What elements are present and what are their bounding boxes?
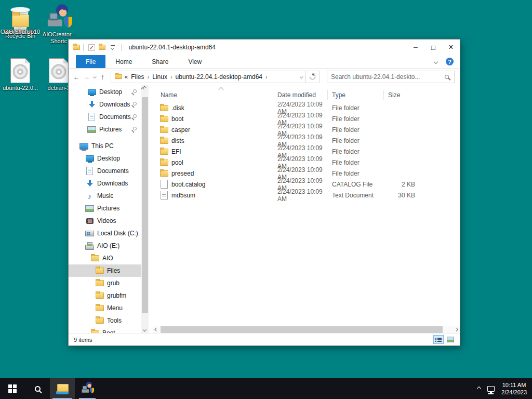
scroll-down-icon[interactable] [143, 328, 146, 331]
nav-item-label: Tools [107, 317, 122, 324]
scrollbar-thumb[interactable] [161, 326, 443, 333]
breadcrumb-segment-wrap: Linux [150, 73, 173, 81]
nav-item[interactable]: Tools [69, 314, 141, 327]
recent-locations-button[interactable] [91, 75, 98, 78]
nav-item[interactable]: Downloads [69, 177, 141, 190]
sort-ascending-icon [219, 87, 224, 92]
nav-item[interactable]: AIO (E:) [69, 240, 141, 252]
ribbon-tab[interactable]: Home [105, 55, 142, 68]
system-tray: 10:11 AM 2/24/2023 [477, 378, 532, 399]
breadcrumb-segment[interactable]: ubuntu-22.04.1-desktop-amd64 [174, 73, 264, 81]
ribbon-tab[interactable]: Share [142, 55, 178, 68]
nav-item-label: AIO [102, 255, 113, 262]
ribbon-collapse-icon[interactable] [434, 59, 438, 63]
qat-properties-button[interactable] [87, 42, 97, 53]
nav-item[interactable]: Documents [69, 111, 141, 123]
desktop-icon-aiocreator[interactable]: AIOCreator - Shortc [38, 3, 79, 45]
scroll-right-icon[interactable] [453, 326, 460, 333]
column-header-date-modified[interactable]: Date modified [273, 90, 328, 100]
tray-expand-icon[interactable] [477, 387, 481, 391]
nav-item[interactable]: This PC [69, 140, 141, 152]
nav-item[interactable]: Desktop [69, 152, 141, 165]
column-header-size[interactable]: Size [384, 90, 419, 100]
address-dropdown-icon[interactable] [300, 75, 303, 78]
back-button[interactable] [72, 73, 82, 81]
address-bar[interactable]: « Files Linux ubuntu-22.04.1-desktop-amd… [111, 71, 306, 83]
file-row[interactable]: md5sum 2/24/2023 10:09 AM Text Document … [153, 190, 460, 201]
column-header-type[interactable]: Type [328, 90, 384, 100]
taskbar-search-button[interactable] [25, 378, 50, 399]
nav-item-icon [87, 88, 96, 96]
nav-item[interactable]: AIO [69, 252, 141, 264]
nav-item[interactable]: Pictures [69, 123, 141, 136]
desktop-icon-label: O&O ShutUp10 [1, 29, 40, 35]
disc-image-icon [10, 58, 30, 83]
file-name-cell: boot [153, 115, 273, 123]
up-button[interactable] [98, 73, 108, 81]
breadcrumb-truncation[interactable]: « [125, 73, 128, 81]
qat-new-folder-button[interactable] [97, 42, 108, 53]
desktop-icon-label: debian-1 [48, 85, 70, 91]
breadcrumb-segment[interactable]: Files [129, 73, 146, 81]
minimize-button[interactable] [407, 39, 424, 55]
explorer-window: ubuntu-22.04.1-desktop-amd64 FileHomeSha… [68, 39, 460, 346]
breadcrumb-segment-wrap: Files [129, 73, 150, 81]
start-button[interactable] [0, 378, 25, 399]
nav-item-icon [90, 254, 99, 262]
close-button[interactable] [442, 39, 460, 55]
file-type: File folder [328, 104, 384, 112]
nav-item-icon [85, 179, 94, 188]
ribbon-tab[interactable]: View [178, 55, 211, 68]
folder-icon [12, 15, 29, 27]
file-type: CATALOG File [328, 181, 384, 188]
help-icon[interactable]: ? [446, 58, 454, 65]
horizontal-scrollbar[interactable] [153, 326, 460, 333]
desktop-icon-label: ubuntu-22.0... [3, 85, 38, 91]
refresh-icon [310, 74, 315, 79]
window-title: ubuntu-22.04.1-desktop-amd64 [129, 44, 216, 51]
nav-item[interactable]: Boot [69, 327, 141, 333]
desktop-icon-ubuntu-iso[interactable]: ubuntu-22.0... [0, 56, 41, 91]
nav-scrollbar[interactable] [141, 85, 149, 333]
ribbon-tab[interactable]: File [76, 55, 105, 68]
qat-customize-button[interactable] [108, 42, 118, 53]
taskbar-aiocreator-button[interactable] [75, 378, 100, 399]
network-icon[interactable] [487, 386, 495, 392]
nav-item[interactable]: Documents [69, 165, 141, 177]
nav-item[interactable]: Pictures [69, 202, 141, 215]
nav-item[interactable]: Videos [69, 215, 141, 227]
file-name: md5sum [171, 192, 195, 199]
column-header-name[interactable]: Name [153, 90, 273, 100]
details-view-button[interactable] [433, 335, 444, 344]
nav-item[interactable]: Desktop [69, 86, 141, 98]
nav-item[interactable]: Downloads [69, 98, 141, 111]
file-type: File folder [328, 170, 384, 177]
tray-clock[interactable]: 10:11 AM 2/24/2023 [501, 381, 527, 396]
nav-item-label: Downloads [97, 180, 128, 187]
large-icons-view-button[interactable] [445, 335, 456, 344]
folder-icon [99, 45, 106, 50]
refresh-button[interactable] [306, 71, 320, 83]
breadcrumb-separator-icon[interactable] [169, 74, 174, 80]
forward-button[interactable] [82, 73, 91, 81]
nav-item[interactable]: grubfm [69, 289, 141, 302]
scrollbar-track[interactable] [160, 326, 453, 333]
taskbar-explorer-button[interactable] [50, 378, 75, 399]
scrollbar-thumb[interactable] [142, 97, 148, 313]
nav-item[interactable]: Music [69, 190, 141, 202]
breadcrumb-separator-icon[interactable] [147, 74, 151, 80]
nav-item-label: Desktop [97, 155, 120, 162]
scroll-left-icon[interactable] [153, 326, 160, 333]
windows-logo-icon [8, 384, 17, 393]
desktop-icon-folder[interactable]: O&O ShutUp10 [0, 0, 41, 35]
nav-item[interactable]: Files [69, 264, 141, 277]
search-input[interactable] [331, 73, 445, 81]
breadcrumb-segment[interactable]: Linux [150, 73, 169, 81]
nav-item[interactable]: Menu [69, 302, 141, 314]
file-type: File folder [328, 148, 384, 155]
file-name: dists [171, 137, 184, 144]
breadcrumb-separator-icon[interactable] [264, 74, 269, 80]
nav-item[interactable]: Local Disk (C:) [69, 227, 141, 240]
nav-item[interactable]: grub [69, 277, 141, 289]
maximize-button[interactable] [424, 39, 442, 55]
